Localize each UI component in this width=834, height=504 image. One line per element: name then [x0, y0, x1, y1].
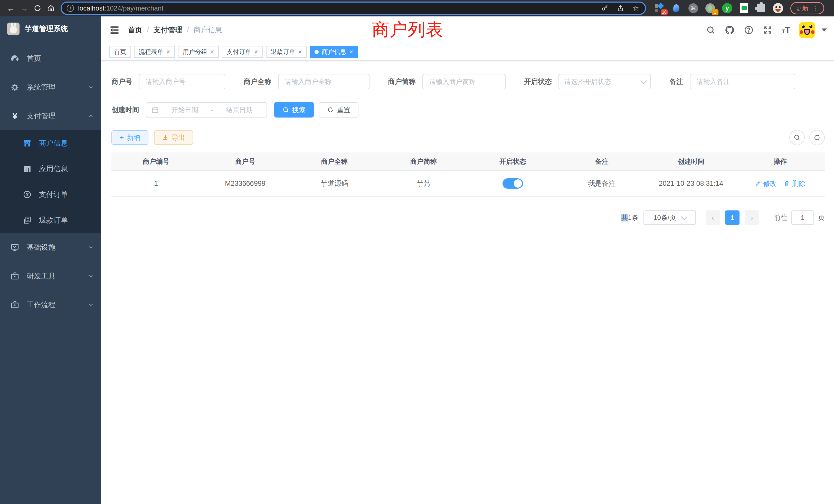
merchant-name-label: 商户全称	[244, 77, 271, 86]
next-page-button[interactable]: ›	[745, 210, 759, 225]
sidebar-item-app-info[interactable]: 应用信息	[0, 156, 101, 182]
extension-kite-icon[interactable]	[671, 3, 681, 13]
help-icon[interactable]	[744, 25, 754, 35]
page-info-icon[interactable]: i	[67, 5, 74, 12]
sidebar-item-label: 退款订单	[39, 215, 68, 225]
reset-button[interactable]: 重置	[319, 102, 358, 117]
extension-recorder-icon[interactable]: 1	[705, 3, 716, 13]
tab-process-form[interactable]: 流程表单 ×	[134, 46, 175, 58]
sidebar-item-label: 基础设施	[27, 243, 88, 252]
add-button[interactable]: + 新增	[111, 130, 148, 145]
create-time-range-picker[interactable]: 开始日期 - 结束日期	[146, 102, 267, 117]
close-icon[interactable]: ×	[349, 48, 353, 55]
fullscreen-icon[interactable]	[763, 25, 773, 35]
sidebar-item-payment[interactable]: ¥ 支付管理	[0, 101, 101, 130]
edit-link[interactable]: 修改	[755, 179, 776, 188]
sidebar-item-label: 工作流程	[27, 300, 88, 310]
calendar-icon	[152, 106, 159, 113]
app-title: 芋道管理系统	[25, 24, 68, 33]
status-toggle[interactable]	[503, 178, 523, 189]
tab-home[interactable]: 首页	[109, 46, 131, 58]
sidebar-menu: 首页 系统管理 ¥ 支付管理	[0, 41, 101, 319]
share-icon[interactable]	[616, 4, 624, 12]
refresh-table-button[interactable]	[809, 130, 825, 145]
goto-label: 前往	[774, 213, 787, 222]
close-icon[interactable]: ×	[299, 48, 302, 55]
sidebar-item-devtools[interactable]: 研发工具	[0, 262, 101, 291]
chevron-down-icon	[88, 273, 94, 279]
sidebar-item-merchant-info[interactable]: 商户信息	[0, 130, 101, 156]
url-bar[interactable]: i localhost:1024/pay/merchant ☆	[61, 2, 646, 15]
browser-menu-icon[interactable]: ⋮	[813, 5, 819, 12]
tab-pay-order[interactable]: 支付订单 ×	[222, 46, 263, 58]
page-content: 商户号 商户全称 商户简称 开启状态 请选择开启状态	[101, 61, 834, 225]
close-icon[interactable]: ×	[254, 48, 258, 55]
sidebar-item-infrastructure[interactable]: 基础设施	[0, 233, 101, 262]
pagination: 共1条 10条/页 ‹ 1 › 前往 页	[111, 210, 825, 225]
merchant-short-input[interactable]	[422, 74, 506, 89]
browser-toolbar: ← → i localhost:1024/pay/merchant	[0, 0, 834, 17]
create-time-label: 创建时间	[111, 105, 139, 114]
user-avatar[interactable]	[799, 22, 815, 38]
url-host: localhost	[78, 4, 105, 12]
search-button[interactable]: 搜索	[274, 102, 314, 117]
password-key-icon[interactable]	[601, 4, 609, 12]
close-icon[interactable]: ×	[167, 48, 170, 55]
browser-update-button[interactable]: 更新 ⋮	[790, 2, 824, 14]
url-path: :1024/pay/merchant	[105, 4, 163, 12]
cell-merchant-no: M233666999	[200, 171, 290, 196]
sidebar-item-system[interactable]: 系统管理	[0, 73, 101, 101]
remark-input[interactable]	[690, 74, 795, 89]
browser-home-button[interactable]	[44, 2, 58, 15]
reload-icon	[34, 4, 41, 12]
breadcrumb-payment[interactable]: 支付管理	[154, 25, 182, 35]
status-select[interactable]: 请选择开启状态	[558, 74, 651, 89]
briefcase-icon	[10, 300, 20, 310]
merchant-name-input[interactable]	[278, 74, 370, 89]
browser-reload-button[interactable]	[31, 2, 44, 15]
merchant-no-input[interactable]	[139, 74, 225, 89]
tab-user-group[interactable]: 用户分组 ×	[178, 46, 219, 58]
github-icon[interactable]	[725, 25, 735, 35]
filter-row-2: 创建时间 开始日期 - 结束日期 搜索	[111, 102, 825, 117]
export-button[interactable]: 导出	[154, 130, 193, 145]
extensions-puzzle-icon[interactable]	[756, 3, 766, 13]
breadcrumb-home[interactable]: 首页	[128, 25, 142, 35]
page-size-select[interactable]: 10条/页	[643, 210, 696, 225]
extension-workspaces-icon[interactable]: 10	[654, 3, 664, 13]
show-search-toggle-button[interactable]	[789, 130, 805, 145]
sidebar-header[interactable]: 芋道管理系统	[0, 17, 101, 41]
close-icon[interactable]: ×	[210, 48, 214, 55]
browser-back-button[interactable]: ←	[4, 2, 18, 15]
prev-page-button[interactable]: ‹	[706, 210, 720, 225]
profile-emoji-icon[interactable]	[773, 3, 783, 13]
font-size-icon[interactable]: TT	[782, 26, 790, 35]
sidebar-item-pay-order[interactable]: 支付订单	[0, 182, 101, 207]
select-caret-icon	[640, 77, 647, 84]
sidebar-toggle-icon[interactable]	[109, 25, 120, 35]
refresh-icon	[327, 107, 334, 113]
cell-create-time: 2021-10-23 08:31:14	[646, 171, 736, 196]
goto-page-input[interactable]	[791, 210, 814, 225]
search-icon[interactable]	[706, 25, 716, 35]
dashboard-icon	[10, 54, 20, 63]
extension-y-icon[interactable]: y	[722, 3, 732, 13]
tab-refund-order[interactable]: 退款订单 ×	[266, 46, 307, 58]
sidebar-item-refund-order[interactable]: 退款订单	[0, 207, 101, 233]
browser-forward-button[interactable]: →	[18, 2, 31, 15]
sidebar-item-home[interactable]: 首页	[0, 44, 101, 73]
status-label: 开启状态	[524, 77, 552, 86]
tab-merchant-info[interactable]: 商户信息 ×	[310, 46, 358, 58]
active-tab-dot	[314, 50, 319, 54]
page-1-button[interactable]: 1	[725, 210, 740, 225]
extensions-row: 10 ⌘ 1 y	[654, 3, 783, 13]
home-icon	[47, 4, 55, 12]
bookmark-star-icon[interactable]: ☆	[632, 4, 640, 12]
sidebar-item-workflow[interactable]: 工作流程	[0, 291, 101, 319]
cell-merchant-id: 1	[111, 171, 200, 196]
user-menu-caret-icon[interactable]	[822, 28, 827, 31]
extension-notes-icon[interactable]	[739, 3, 749, 13]
delete-link[interactable]: 删除	[784, 179, 805, 188]
extension-command-icon[interactable]: ⌘	[688, 3, 698, 13]
main-area: 首页 / 支付管理 / 商户信息 商户列表	[101, 17, 834, 504]
